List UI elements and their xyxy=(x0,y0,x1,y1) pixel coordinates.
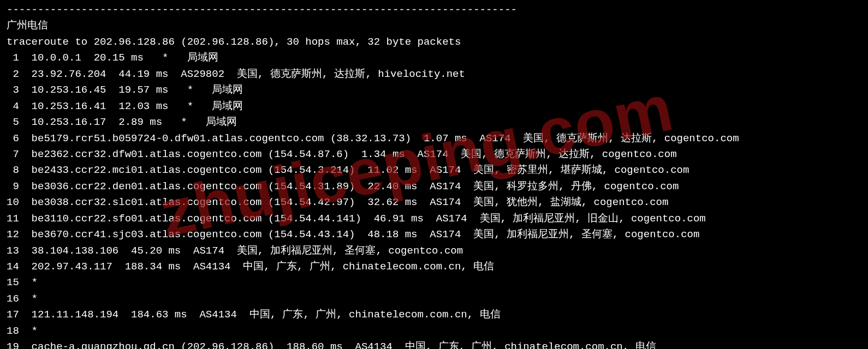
hop-line: 10 be3038.ccr32.slc01.atlas.cogentco.com… xyxy=(7,195,861,210)
hop-line: 11 be3110.ccr22.sfo01.atlas.cogentco.com… xyxy=(7,211,861,227)
header-label: 广州电信 xyxy=(7,18,861,34)
hop-line: 3 10.253.16.45 19.57 ms * 局域网 xyxy=(7,82,861,98)
hop-line: 4 10.253.16.41 12.03 ms * 局域网 xyxy=(7,99,861,115)
hop-line: 13 38.104.138.106 45.20 ms AS174 美国, 加利福… xyxy=(7,243,861,259)
hop-line: 2 23.92.76.204 44.19 ms AS29802 美国, 德克萨斯… xyxy=(7,67,861,82)
hop-line: 12 be3670.ccr41.sjc03.atlas.cogentco.com… xyxy=(7,227,861,243)
hop-line: 9 be3036.ccr22.den01.atlas.cogentco.com … xyxy=(7,179,861,195)
hop-line: 16 * xyxy=(7,291,861,307)
divider-line: ----------------------------------------… xyxy=(7,2,861,18)
hop-line: 7 be2362.ccr32.dfw01.atlas.cogentco.com … xyxy=(7,147,861,163)
hop-line: 6 be5179.rcr51.b059724-0.dfw01.atlas.cog… xyxy=(7,131,861,147)
hops-container: 1 10.0.0.1 20.15 ms * 局域网 2 23.92.76.204… xyxy=(7,50,861,349)
hop-line: 8 be2433.ccr22.mci01.atlas.cogentco.com … xyxy=(7,163,861,178)
hop-line: 19 cache-a.guangzhou.gd.cn (202.96.128.8… xyxy=(7,339,861,349)
hop-line: 1 10.0.0.1 20.15 ms * 局域网 xyxy=(7,50,861,66)
hop-line: 15 * xyxy=(7,275,861,291)
hop-line: 14 202.97.43.117 188.34 ms AS4134 中国, 广东… xyxy=(7,259,861,275)
traceroute-header: traceroute to 202.96.128.86 (202.96.128.… xyxy=(7,34,861,50)
hop-line: 17 121.11.148.194 184.63 ms AS4134 中国, 广… xyxy=(7,307,861,323)
hop-line: 18 * xyxy=(7,323,861,339)
hop-line: 5 10.253.16.17 2.89 ms * 局域网 xyxy=(7,115,861,130)
